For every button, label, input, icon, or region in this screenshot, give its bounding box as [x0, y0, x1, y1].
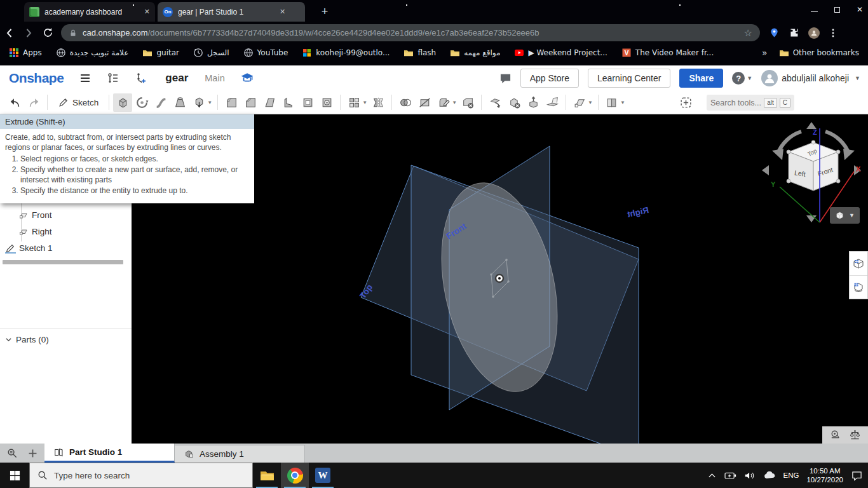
sketch-vertex[interactable] — [492, 295, 494, 298]
chamfer-tool[interactable] — [241, 93, 260, 112]
modify-fillet-tool[interactable] — [434, 93, 453, 112]
file-explorer-icon[interactable] — [253, 463, 281, 488]
volume-icon[interactable] — [744, 471, 756, 480]
loft-tool[interactable] — [170, 93, 189, 112]
minimize-window-button[interactable] — [811, 7, 818, 12]
feature-tree-item-sketch-1[interactable]: Sketch 1 — [5, 240, 53, 255]
app-store-button[interactable]: App Store — [520, 69, 579, 88]
user-menu[interactable]: abduljalil alkoheji ▼ — [761, 70, 860, 86]
start-button[interactable] — [0, 463, 29, 488]
feature-tree-item-right[interactable]: Right — [18, 224, 52, 239]
share-button[interactable]: Share — [679, 69, 723, 88]
main-menu-icon[interactable] — [79, 72, 92, 85]
revolve-tool[interactable] — [132, 93, 151, 112]
view-options-button[interactable]: ▼ — [830, 207, 860, 224]
draft-tool[interactable] — [260, 93, 279, 112]
onedrive-icon[interactable] — [763, 471, 776, 480]
add-tab-icon[interactable] — [27, 448, 38, 459]
delete-part-tool[interactable] — [505, 93, 524, 112]
mass-properties-icon[interactable] — [849, 429, 861, 441]
bookmark-item[interactable]: kooheji-99@outlo... — [302, 48, 390, 58]
document-name[interactable]: gear — [165, 72, 188, 85]
create-version-icon[interactable] — [135, 72, 147, 85]
hidden-icons-chevron[interactable] — [707, 471, 717, 480]
bookmarks-overflow-chevron[interactable]: » — [762, 48, 768, 58]
reload-icon[interactable] — [38, 27, 57, 38]
cube-corner[interactable] — [787, 150, 790, 154]
bookmark-item[interactable]: Apps — [9, 48, 42, 58]
bookmark-item[interactable]: مواقع مهمه — [450, 48, 500, 58]
browser-tab-onshape[interactable]: On gear | Part Studio 1 ✕ — [158, 2, 305, 22]
cube-corner[interactable] — [787, 179, 790, 183]
sketch-vertex[interactable] — [505, 259, 508, 261]
pattern-tool[interactable] — [344, 93, 363, 112]
sheet-metal-tool[interactable] — [602, 93, 621, 112]
bookmark-item[interactable]: علامة تبويب جديدة — [56, 48, 129, 58]
search-tabs-icon[interactable] — [6, 447, 18, 459]
cube-corner[interactable] — [836, 150, 840, 154]
close-window-button[interactable]: ✕ — [857, 6, 863, 13]
sketch-vertex[interactable] — [490, 273, 492, 276]
sweep-tool[interactable] — [151, 93, 170, 112]
measure-tool-icon[interactable] — [829, 429, 841, 441]
delete-face-tool[interactable] — [458, 93, 477, 112]
chevron-down-icon[interactable]: ▼ — [588, 100, 593, 105]
feedback-chat-icon[interactable] — [499, 72, 512, 85]
bookmark-item[interactable]: ▶ Weekend Project... — [514, 48, 607, 58]
chevron-down-icon[interactable]: ▼ — [207, 100, 212, 105]
chevron-down-icon[interactable]: ▼ — [362, 100, 367, 105]
section-view-button[interactable] — [850, 275, 867, 299]
bookmark-star-icon[interactable]: ☆ — [744, 27, 752, 39]
other-bookmarks-folder[interactable]: Other bookmarks — [779, 48, 859, 58]
doc-tab-assembly-1[interactable]: Assembly 1 — [175, 445, 305, 463]
back-icon[interactable] — [0, 27, 19, 39]
redo-tool[interactable] — [24, 93, 43, 112]
url-bar[interactable]: cad.onshape.com/documents/6b77733d4b27d7… — [61, 24, 760, 41]
browser-tab-academany[interactable]: academany dashboard ✕ — [24, 2, 155, 22]
parts-section-header[interactable]: Parts (0) — [5, 332, 49, 347]
learning-graduation-cap-icon[interactable] — [240, 71, 254, 85]
browser-menu-icon[interactable] — [829, 28, 837, 38]
word-icon[interactable]: W — [309, 463, 337, 488]
cube-corner[interactable] — [811, 140, 815, 144]
search-tools-input[interactable]: Search tools... alt C — [707, 95, 794, 111]
bookmark-item[interactable]: VThe Video Maker fr... — [621, 48, 714, 58]
boolean-tool[interactable] — [396, 93, 415, 112]
versions-history-icon[interactable] — [107, 72, 119, 85]
rotate-left-arrow-icon[interactable] — [762, 165, 769, 175]
transform-tool[interactable] — [524, 93, 543, 112]
thicken-tool[interactable] — [189, 93, 208, 112]
chrome-icon[interactable] — [281, 463, 309, 488]
chevron-down-icon[interactable]: ▼ — [620, 100, 625, 105]
bookmark-item[interactable]: flash — [403, 48, 436, 58]
workspace-name[interactable]: Main — [205, 73, 224, 83]
extrude-tool[interactable] — [113, 93, 132, 112]
taskbar-search-input[interactable]: Type here to search — [29, 463, 253, 488]
extensions-puzzle-icon[interactable] — [789, 27, 799, 38]
undo-tool[interactable] — [5, 93, 24, 112]
feature-tree-item-front[interactable]: Front — [18, 207, 52, 222]
sketch-vertex[interactable] — [507, 280, 510, 283]
chevron-down-icon[interactable]: ▼ — [452, 100, 457, 105]
bookmark-item[interactable]: YouTube — [243, 48, 288, 58]
close-tab-icon[interactable]: ✕ — [144, 8, 150, 16]
rollback-bar[interactable] — [3, 260, 123, 264]
flatten-tool[interactable] — [543, 93, 562, 112]
learning-center-button[interactable]: Learning Center — [588, 69, 670, 88]
isometric-view-button[interactable] — [850, 252, 867, 275]
select-region-tool[interactable] — [676, 93, 695, 112]
move-face-tool[interactable] — [485, 93, 505, 112]
sketch-tool[interactable]: Sketch — [51, 93, 105, 112]
tilt-down-arrow-icon[interactable] — [806, 215, 817, 222]
action-center-icon[interactable] — [851, 470, 863, 481]
bookmark-item[interactable]: guitar — [142, 48, 179, 58]
taskbar-clock[interactable]: 10:50 AM 10/27/2020 — [806, 466, 843, 484]
close-tab-icon[interactable]: ✕ — [280, 8, 285, 16]
onshape-logo[interactable]: Onshape — [9, 71, 64, 86]
mirror-tool[interactable] — [369, 93, 388, 112]
shell-tool[interactable] — [298, 93, 317, 112]
forward-icon[interactable] — [19, 27, 38, 39]
battery-icon[interactable] — [724, 471, 736, 480]
help-menu[interactable]: ? ▼ — [732, 72, 752, 85]
hole-tool[interactable] — [317, 93, 336, 112]
